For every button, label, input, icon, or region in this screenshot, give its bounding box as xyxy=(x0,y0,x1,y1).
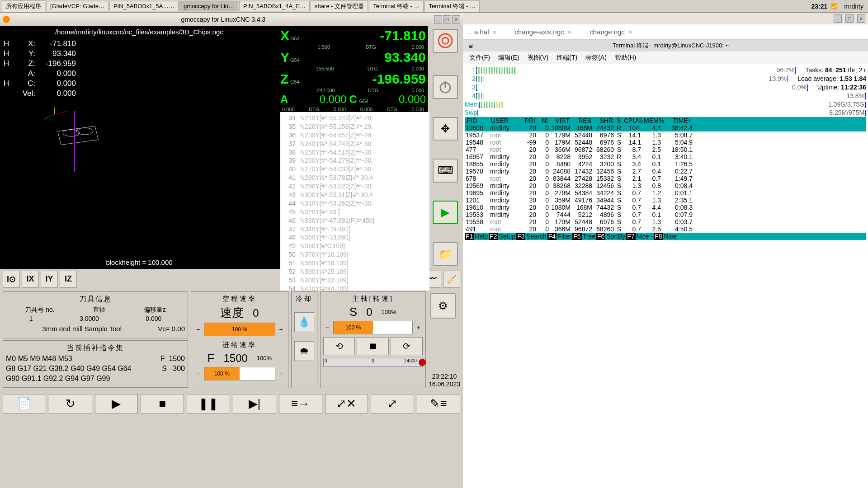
spindle-cw-button[interactable]: ⟳ xyxy=(391,337,423,355)
play-button[interactable]: ▶ xyxy=(95,394,138,413)
svg-marker-4 xyxy=(58,126,99,145)
minimize-button[interactable]: _ xyxy=(434,15,442,23)
network-icon[interactable]: 📶 xyxy=(831,3,838,9)
tab-close-icon[interactable]: × xyxy=(628,28,632,36)
tab-change-axis[interactable]: change-axis.ngc× xyxy=(514,28,571,36)
rapid-plus[interactable]: + xyxy=(277,324,285,335)
tab-change[interactable]: change.ngc× xyxy=(590,28,632,36)
window-title: gmoccapy for LinuxCNC 3.4.3 xyxy=(14,16,433,23)
rapid-minus[interactable]: − xyxy=(194,324,202,335)
view-y-button[interactable]: IY xyxy=(41,271,58,288)
user-label[interactable]: mrdirty xyxy=(841,2,866,11)
term-minimize[interactable]: _ xyxy=(834,14,842,23)
feed-minus[interactable]: − xyxy=(194,368,202,379)
run-button[interactable]: ▶ xyxy=(433,201,458,225)
titlebar[interactable]: gmoccapy for LinuxCNC 3.4.3 _ □ × xyxy=(0,13,463,26)
menu-tabs[interactable]: 标签(A) xyxy=(585,54,607,62)
svg-point-8 xyxy=(442,38,448,44)
keyboard-button[interactable]: ⌨ xyxy=(433,159,458,183)
terminal-icon: 🖥 xyxy=(467,42,473,49)
htop-footer[interactable]: F1HelpF2SetupF3SearchF4FilterF5TreeF6Sor… xyxy=(465,233,866,240)
view-iso-button[interactable]: I⊙ xyxy=(3,271,20,288)
taskbar-app-terminal2[interactable]: Terminal 终端 - … xyxy=(425,0,479,12)
maximize-button[interactable]: □ xyxy=(443,15,451,23)
tool-info-panel: 刀具信息 刀具号 no.直径偏移量z 13.00000.000 3mm end … xyxy=(3,291,188,338)
app-icon xyxy=(3,16,10,23)
svg-line-1 xyxy=(54,111,68,115)
term-close[interactable]: × xyxy=(857,14,865,23)
taskbar-app-gmoccapy[interactable]: gmoccapy for Lin… xyxy=(179,1,238,11)
svg-point-7 xyxy=(439,34,452,47)
power-button[interactable] xyxy=(433,75,458,99)
tab-close-icon[interactable]: × xyxy=(493,28,497,36)
view-z-button[interactable]: IZ xyxy=(60,271,77,288)
bottom-toolbar: 📄 ↻ ▶ ■ ❚❚ ▶| ≡→ ⤢✕ ⤢ ✎≡ xyxy=(0,391,463,416)
taskbar-app-pin5a[interactable]: PIN_5ABOBx1_5A…… xyxy=(109,1,179,11)
feed-panel: 空程速率 速度0 −100 %+ 进给速率 F1500100% −100 %+ xyxy=(191,291,288,388)
menu-edit[interactable]: 编辑(E) xyxy=(498,54,519,62)
taskbar-start[interactable]: 所有应用程序 xyxy=(2,0,45,12)
feed-slider[interactable]: 100 % xyxy=(204,367,275,380)
stop-button[interactable]: ■ xyxy=(141,394,184,413)
taskbar-app-share[interactable]: share - 文件管理器 xyxy=(311,0,368,12)
jog-button[interactable]: ✥ xyxy=(433,117,458,141)
blockheight-label: blockheight = 100.000 xyxy=(0,258,278,266)
coord-list: HX:-71.810 HY:93.340 HZ:-196.959 A:0.000… xyxy=(4,39,76,99)
spindle-led xyxy=(419,359,426,366)
menu-help[interactable]: 帮助(H) xyxy=(615,54,636,62)
coolant-panel: 冷却 💧 🌧 xyxy=(291,291,317,388)
toolpath-drawing xyxy=(36,108,127,175)
terminal-header: 🖥 Terminal 终端 - mrdirty@LinuxCNC-J1900: … xyxy=(463,40,868,52)
close-button[interactable]: × xyxy=(452,15,460,23)
rapid-slider[interactable]: 100 % xyxy=(204,323,275,336)
clear-button[interactable]: 🧹 xyxy=(443,271,460,288)
mist-button[interactable]: 💧 xyxy=(294,312,314,332)
terminal-menubar: 文件(F) 编辑(E) 视图(V) 终端(T) 标签(A) 帮助(H) xyxy=(463,52,868,64)
spindle-panel: 主轴[转速] S0100% −100 %+ ⟲ ⏹ ⟳ 0 0 24000 xyxy=(320,291,426,388)
menu-view[interactable]: 视图(V) xyxy=(528,54,549,62)
step-button[interactable]: ▶| xyxy=(233,394,276,413)
taskbar-app-terminal1[interactable]: Terminal 终端 - … xyxy=(369,0,424,12)
taskbar-app-gladevcp[interactable]: [GladeVCP: Glade… xyxy=(46,1,108,11)
preview-pane[interactable]: /home/mrdirty/linuxcnc/nc_files/examples… xyxy=(0,26,278,269)
htop-process-list: 19600mrdirty2001080M168M74432R104.4.438:… xyxy=(465,124,866,233)
run-from-line-button[interactable]: ≡→ xyxy=(279,394,322,413)
spindle-minus[interactable]: − xyxy=(323,322,331,333)
spindle-ccw-button[interactable]: ⟲ xyxy=(323,337,355,355)
edit-button[interactable]: ✎≡ xyxy=(417,394,460,413)
spindle-plus[interactable]: + xyxy=(415,322,423,333)
flood-button[interactable]: 🌧 xyxy=(294,341,314,361)
reload-button[interactable]: ↻ xyxy=(49,394,92,413)
modal-gcodes-panel: 当前插补指令集 M0 M5 M9 M48 M53F 1500 G8 G17 G2… xyxy=(3,340,188,388)
svg-line-2 xyxy=(44,114,55,119)
term-maximize[interactable]: □ xyxy=(845,14,854,23)
side-button-column: ✥ ⌨ ▶ 📁 xyxy=(428,26,463,269)
gcode-listing[interactable]: 34N210Y[#*-55.343]Z[#*-29.35N220Y[#*-55.… xyxy=(280,112,429,291)
menu-terminal[interactable]: 终端(T) xyxy=(557,54,577,62)
terminal-window: _ □ × …a.hal× change-axis.ngc× change.ng… xyxy=(463,13,868,488)
menu-file[interactable]: 文件(F) xyxy=(469,54,490,62)
folder-button[interactable]: 📁 xyxy=(433,242,458,266)
open-file-button[interactable]: 📄 xyxy=(3,394,46,413)
tab-close-icon[interactable]: × xyxy=(568,28,572,36)
terminal-titlebar[interactable]: _ □ × xyxy=(463,13,868,24)
estop-button[interactable] xyxy=(433,29,458,53)
tab-hal[interactable]: …a.hal× xyxy=(467,28,496,36)
skip-button[interactable]: ⤢✕ xyxy=(325,394,368,413)
spindle-speed-bar[interactable]: 0 0 24000 xyxy=(323,358,423,367)
clock: 23:21 xyxy=(811,3,827,10)
view-x-button[interactable]: IX xyxy=(22,271,39,288)
feed-plus[interactable]: + xyxy=(277,368,285,379)
fullscreen-button[interactable]: ⤢ xyxy=(371,394,414,413)
file-path: /home/mrdirty/linuxcnc/nc_files/examples… xyxy=(0,26,278,38)
gmoccapy-window: gmoccapy for LinuxCNC 3.4.3 _ □ × /home/… xyxy=(0,13,463,488)
htop-header: PIDUSERPRINIVIRTRESSHRSCPU%MEM%TIME+ xyxy=(465,117,866,124)
timestamp: 23:22:10 16.06.2023 xyxy=(429,369,460,388)
terminal-body[interactable]: 1[||||||||||||||||||||||||96.2%]Tasks: 8… xyxy=(463,64,868,488)
editor-tabs-row: …a.hal× change-axis.ngc× change.ngc× xyxy=(463,24,868,40)
spindle-override-slider[interactable]: 100 % xyxy=(333,321,413,334)
settings-button[interactable]: ⚙ xyxy=(430,293,456,319)
taskbar-app-pin4a[interactable]: PIN_5ABOBx1_4A_E… xyxy=(239,1,310,11)
pause-button[interactable]: ❚❚ xyxy=(187,394,230,413)
spindle-stop-button[interactable]: ⏹ xyxy=(357,337,389,355)
